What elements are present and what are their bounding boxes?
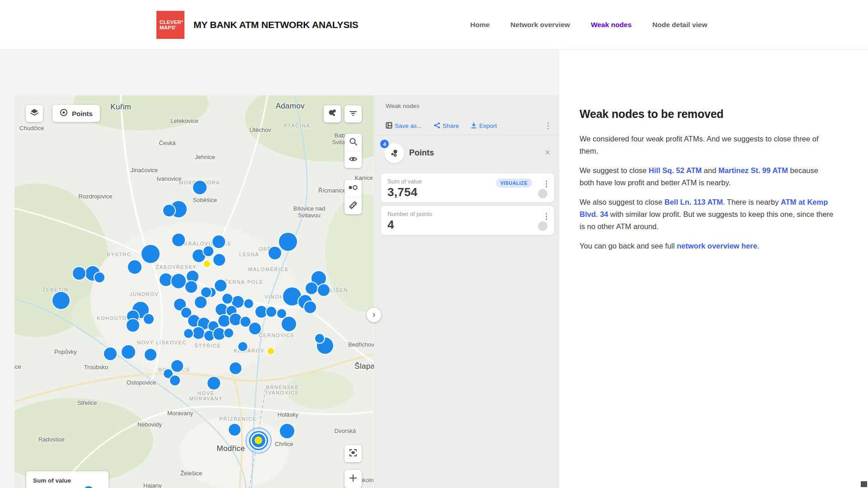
save-as-label: Save as...: [395, 122, 422, 129]
map-bubble[interactable]: [281, 316, 297, 332]
content-link[interactable]: Martinez St. 99 ATM: [718, 166, 788, 174]
content-text: and: [702, 166, 718, 174]
map-bubble[interactable]: [141, 244, 160, 264]
map-bubble[interactable]: [121, 344, 136, 360]
nav-item-weak-nodes[interactable]: Weak nodes: [591, 21, 632, 29]
map-bubble[interactable]: [144, 348, 157, 361]
point-marker-icon: [60, 108, 68, 118]
points-group-title: Points: [409, 148, 434, 158]
points-layer-button[interactable]: Points: [52, 105, 100, 122]
cluster-view-button[interactable]: [324, 105, 341, 122]
map-bubble[interactable]: [170, 273, 187, 289]
export-button[interactable]: Export: [471, 122, 497, 130]
map-legend[interactable]: Sum of value: [26, 471, 108, 488]
map-bubble[interactable]: [243, 298, 254, 309]
map-bubble-yellow[interactable]: [267, 347, 275, 355]
map-bubble[interactable]: [72, 266, 86, 281]
download-icon: [471, 122, 477, 130]
map-selected-point[interactable]: [245, 427, 272, 454]
map-bubble[interactable]: [162, 204, 176, 217]
map-bubble[interactable]: [265, 306, 277, 318]
points-count-badge: 4: [380, 140, 389, 148]
map-bubble[interactable]: [212, 235, 226, 249]
indicator-menu-button[interactable]: [544, 211, 549, 221]
point-style-toggle-button[interactable]: [344, 180, 362, 197]
fit-extent-button[interactable]: [344, 445, 362, 462]
map-bubble[interactable]: [169, 375, 181, 386]
share-button[interactable]: Share: [434, 122, 459, 130]
share-label: Share: [443, 122, 459, 129]
visualize-badge[interactable]: VISUALIZE: [496, 178, 532, 188]
nav-item-home[interactable]: Home: [470, 21, 490, 29]
indicator-toggle-knob[interactable]: [538, 189, 547, 198]
close-icon[interactable]: ×: [545, 148, 550, 157]
view-title: Weak nodes: [386, 103, 420, 109]
indicator-panel: Weak nodes Save as... Share Export: [374, 95, 559, 488]
points-group-header: 4 Points ×: [374, 141, 559, 168]
map-bubble[interactable]: [203, 245, 214, 257]
map-bubble[interactable]: [279, 423, 295, 439]
map-bubble[interactable]: [194, 296, 208, 309]
map-bubble[interactable]: [184, 280, 198, 294]
selected-point-ring: [250, 432, 267, 449]
zoom-in-button[interactable]: [344, 470, 362, 488]
legend-bubble-swatch: [84, 486, 94, 488]
map-bubble[interactable]: [248, 322, 262, 335]
map-bubble[interactable]: [94, 272, 105, 283]
map-bubble[interactable]: [278, 232, 298, 252]
map-bubble[interactable]: [143, 313, 155, 325]
map-bubble[interactable]: [192, 180, 208, 195]
map-canvas[interactable]: KuřimAdamovModřiceŠlapaniceChudčiceLelek…: [14, 95, 374, 488]
panel-collapse-button[interactable]: ›: [367, 308, 381, 322]
map-bubble[interactable]: [228, 423, 241, 436]
map-bubble[interactable]: [303, 300, 317, 314]
content-paragraph: We considered four weak profit ATMs. And…: [580, 133, 834, 157]
content-link[interactable]: Hill Sq. 52 ATM: [649, 166, 702, 174]
content-paragraph: We suggest to close Hill Sq. 52 ATM and …: [580, 164, 834, 189]
map-bubble[interactable]: [223, 328, 234, 338]
visibility-button[interactable]: [344, 151, 362, 168]
content-paragraph: You can go back and see full network ove…: [580, 240, 834, 252]
indicator-card-number-of-points[interactable]: Number of points 4: [381, 206, 554, 235]
map-bubble[interactable]: [237, 341, 248, 352]
map-bubble[interactable]: [229, 361, 242, 375]
map-bubble[interactable]: [171, 233, 186, 247]
save-as-button[interactable]: Save as...: [386, 122, 422, 130]
content-text: We also suggest to close: [580, 198, 665, 206]
content-text: We considered four weak profit ATMs. And…: [580, 135, 819, 155]
save-icon: [386, 122, 392, 130]
chevron-right-icon: ›: [373, 309, 376, 319]
content-link[interactable]: network overview here: [677, 242, 757, 250]
map-bubble[interactable]: [52, 291, 71, 310]
map-bubble[interactable]: [207, 376, 221, 390]
nav-item-node-detail-view[interactable]: Node detail view: [652, 21, 707, 29]
logo-line2: MAPS': [160, 25, 184, 30]
filter-button[interactable]: [344, 105, 362, 122]
content-link[interactable]: Bell Ln. 113 ATM: [665, 198, 723, 206]
search-button[interactable]: [344, 134, 362, 151]
layers-button[interactable]: [26, 105, 43, 122]
map-bubble[interactable]: [268, 246, 282, 260]
clevermaps-logo: CLEVER° MAPS': [156, 11, 184, 39]
dots-toggle-icon: [348, 184, 358, 192]
map-bubble[interactable]: [126, 318, 140, 333]
map-bubble[interactable]: [314, 333, 325, 344]
map-bubble[interactable]: [103, 347, 118, 361]
content-paragraph: We also suggest to close Bell Ln. 113 AT…: [580, 196, 834, 233]
page-title: MY BANK ATM NETWORK ANALYSIS: [193, 0, 359, 50]
map-bubble[interactable]: [183, 328, 194, 339]
map-bubble[interactable]: [212, 253, 226, 267]
nav-item-network-overview[interactable]: Network overview: [510, 21, 570, 29]
indicator-toggle-knob[interactable]: [538, 221, 547, 231]
indicator-menu-button[interactable]: [544, 179, 549, 189]
panel-menu-button[interactable]: [546, 121, 551, 131]
app-window: CLEVER° MAPS' MY BANK ATM NETWORK ANALYS…: [0, 0, 868, 488]
indicator-card-sum-of-value[interactable]: Sum of value 3,754 VISUALIZE: [381, 174, 554, 202]
map-bubble-yellow[interactable]: [203, 260, 211, 268]
scrollbar-corner[interactable]: [861, 481, 867, 487]
map-bubble[interactable]: [317, 283, 330, 297]
map-bubble[interactable]: [127, 259, 142, 275]
eye-icon: [349, 155, 358, 165]
measure-button[interactable]: [344, 197, 362, 214]
map-bubble[interactable]: [305, 282, 318, 295]
